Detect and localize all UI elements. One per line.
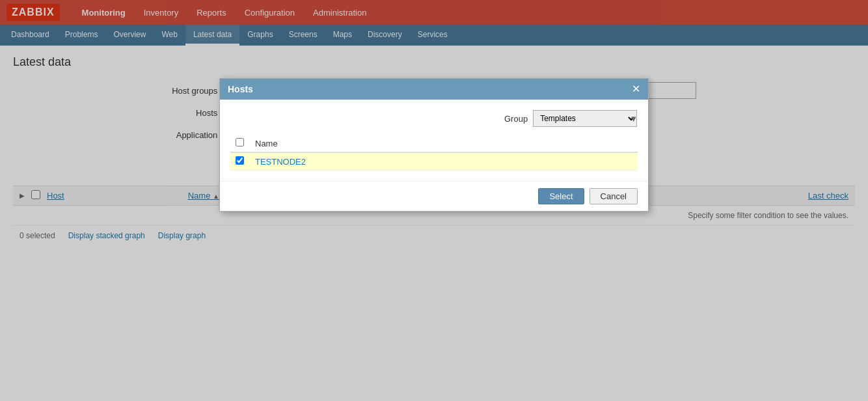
modal-group-row: Group Templates ▼: [230, 110, 638, 127]
modal-checkbox-col: [230, 135, 250, 152]
modal-title: Hosts: [228, 84, 253, 94]
modal-select-all-checkbox[interactable]: [236, 138, 244, 146]
modal-table: Name TESTNODE2: [230, 135, 638, 171]
hosts-modal: Hosts ✕ Group Templates ▼ Name: [219, 78, 649, 212]
modal-close-button[interactable]: ✕: [632, 84, 640, 94]
modal-row-link[interactable]: TESTNODE2: [255, 157, 306, 167]
modal-header: Hosts ✕: [220, 79, 648, 100]
modal-cancel-button[interactable]: Cancel: [590, 188, 638, 204]
modal-name-col-header[interactable]: Name: [250, 135, 638, 152]
modal-footer: Select Cancel: [220, 181, 648, 211]
modal-row-name-cell: TESTNODE2: [250, 152, 638, 171]
modal-row-checkbox-cell: [230, 152, 250, 171]
modal-overlay: Hosts ✕ Group Templates ▼ Name: [0, 0, 868, 255]
modal-row-checkbox[interactable]: [236, 156, 244, 165]
modal-group-select[interactable]: Templates: [533, 110, 637, 127]
modal-select-button[interactable]: Select: [538, 188, 584, 204]
modal-group-label: Group: [504, 114, 528, 124]
modal-body: Group Templates ▼ Name: [220, 100, 648, 181]
table-row: TESTNODE2: [230, 152, 638, 171]
